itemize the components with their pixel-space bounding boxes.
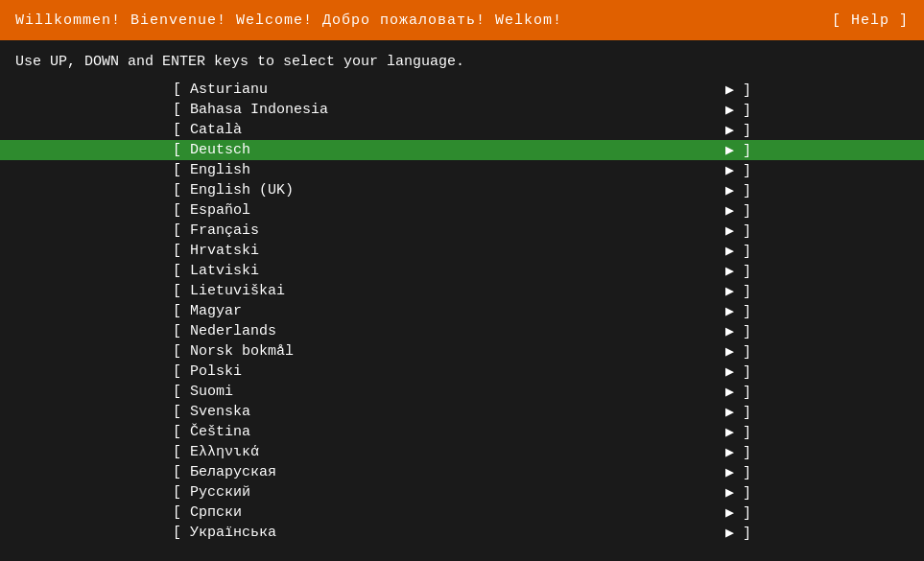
lang-arrow: ▶ ]	[725, 342, 751, 361]
language-item[interactable]: [ English (UK)▶ ]	[0, 180, 924, 200]
lang-name: [ Polski	[173, 363, 242, 380]
header-title: Willkommen! Bienvenue! Welcome! Добро по…	[15, 12, 562, 29]
lang-arrow: ▶ ]	[725, 483, 751, 502]
lang-arrow: ▶ ]	[725, 322, 751, 340]
lang-name: [ Svenska	[173, 404, 250, 420]
instruction-text: Use UP, DOWN and ENTER keys to select yo…	[0, 40, 924, 80]
lang-arrow: ▶ ]	[725, 524, 751, 542]
lang-arrow: ▶ ]	[725, 262, 751, 280]
lang-arrow: ▶ ]	[725, 121, 751, 139]
language-item[interactable]: [ Français▶ ]	[0, 221, 924, 241]
language-item[interactable]: [ Беларуская▶ ]	[0, 462, 924, 482]
language-item[interactable]: [ Español▶ ]	[0, 200, 924, 221]
lang-name: [ Ελληνικά	[173, 444, 259, 460]
language-item[interactable]: [ Magyar▶ ]	[0, 301, 924, 321]
lang-name: [ Deutsch	[173, 142, 250, 158]
lang-arrow: ▶ ]	[725, 161, 751, 179]
lang-name: [ Українська	[173, 525, 276, 541]
lang-arrow: ▶ ]	[725, 423, 751, 441]
language-item[interactable]: [ Nederlands▶ ]	[0, 321, 924, 341]
lang-name: [ Magyar	[173, 303, 242, 319]
lang-name: [ Bahasa Indonesia	[173, 102, 328, 118]
language-item[interactable]: [ Latviski▶ ]	[0, 261, 924, 281]
help-button[interactable]: [ Help ]	[832, 12, 909, 29]
language-item[interactable]: [ Suomi▶ ]	[0, 382, 924, 402]
language-item[interactable]: [ Català▶ ]	[0, 120, 924, 140]
language-item[interactable]: [ Asturianu▶ ]	[0, 80, 924, 100]
language-item[interactable]: [ English▶ ]	[0, 160, 924, 180]
lang-name: [ Беларуская	[173, 464, 276, 480]
lang-arrow: ▶ ]	[725, 383, 751, 401]
header-bar: Willkommen! Bienvenue! Welcome! Добро по…	[0, 0, 924, 40]
lang-arrow: ▶ ]	[725, 101, 751, 119]
lang-name: [ Hrvatski	[173, 243, 259, 259]
lang-arrow: ▶ ]	[725, 503, 751, 522]
language-item[interactable]: [ Svenska▶ ]	[0, 402, 924, 422]
lang-name: [ Русский	[173, 484, 250, 501]
lang-name: [ Norsk bokmål	[173, 343, 294, 360]
lang-name: [ Latviski	[173, 263, 259, 279]
lang-arrow: ▶ ]	[725, 222, 751, 240]
language-item[interactable]: [ Deutsch▶ ]	[0, 140, 924, 160]
lang-arrow: ▶ ]	[725, 463, 751, 481]
lang-name: [ Lietuviškai	[173, 283, 285, 299]
language-list: [ Asturianu▶ ][ Bahasa Indonesia▶ ][ Cat…	[0, 80, 924, 543]
lang-arrow: ▶ ]	[725, 242, 751, 260]
language-item[interactable]: [ Русский▶ ]	[0, 482, 924, 503]
lang-arrow: ▶ ]	[725, 201, 751, 220]
language-item[interactable]: [ Українська▶ ]	[0, 523, 924, 543]
lang-name: [ Français	[173, 222, 259, 239]
language-item[interactable]: [ Ελληνικά▶ ]	[0, 442, 924, 462]
language-item[interactable]: [ Čeština▶ ]	[0, 422, 924, 442]
lang-arrow: ▶ ]	[725, 141, 751, 159]
language-item[interactable]: [ Polski▶ ]	[0, 362, 924, 382]
language-item[interactable]: [ Norsk bokmål▶ ]	[0, 341, 924, 362]
lang-arrow: ▶ ]	[725, 282, 751, 300]
lang-name: [ English	[173, 162, 250, 178]
lang-name: [ Српски	[173, 504, 242, 521]
lang-name: [ English (UK)	[173, 182, 294, 199]
lang-arrow: ▶ ]	[725, 181, 751, 199]
lang-name: [ Español	[173, 202, 250, 219]
lang-name: [ Asturianu	[173, 82, 268, 98]
lang-name: [ Català	[173, 122, 242, 138]
lang-name: [ Suomi	[173, 384, 233, 400]
language-item[interactable]: [ Српски▶ ]	[0, 503, 924, 523]
lang-arrow: ▶ ]	[725, 403, 751, 421]
language-item[interactable]: [ Hrvatski▶ ]	[0, 241, 924, 261]
language-item[interactable]: [ Lietuviškai▶ ]	[0, 281, 924, 301]
lang-name: [ Čeština	[173, 424, 250, 440]
lang-arrow: ▶ ]	[725, 443, 751, 461]
lang-name: [ Nederlands	[173, 323, 276, 339]
language-item[interactable]: [ Bahasa Indonesia▶ ]	[0, 100, 924, 120]
lang-arrow: ▶ ]	[725, 302, 751, 320]
lang-arrow: ▶ ]	[725, 362, 751, 381]
lang-arrow: ▶ ]	[725, 81, 751, 99]
